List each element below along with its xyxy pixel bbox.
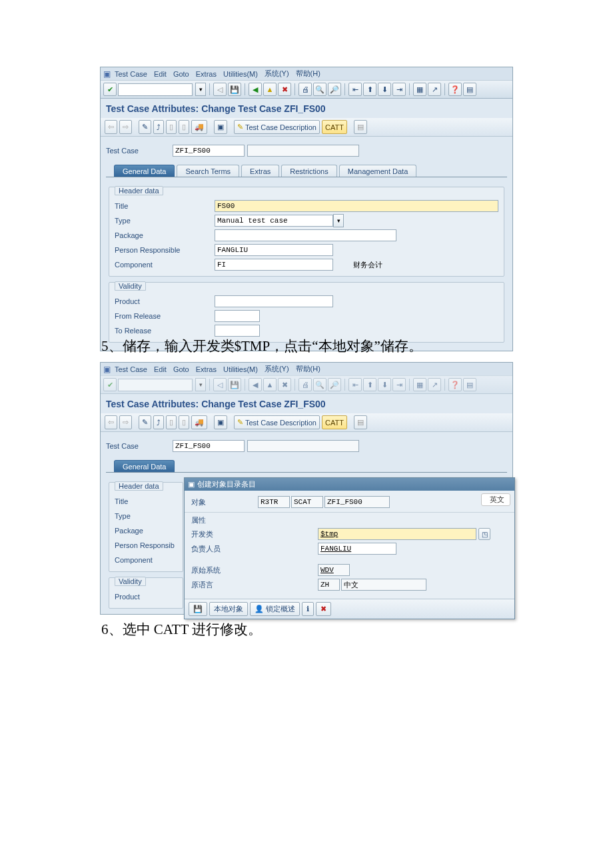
- product-input[interactable]: [215, 295, 333, 307]
- menubar-2: ▣ Test Case Edit Goto Extras Utilities(M…: [101, 363, 512, 375]
- tab-management-data[interactable]: Management Data: [339, 165, 417, 177]
- menu-extras[interactable]: Extras: [196, 70, 217, 78]
- local-object-button[interactable]: 本地对象: [209, 602, 248, 616]
- exit-icon[interactable]: ▲: [263, 83, 277, 96]
- save-icon[interactable]: 💾: [228, 83, 241, 96]
- toggle-display-icon[interactable]: ✎: [139, 120, 151, 134]
- first-page-icon[interactable]: ⇤: [348, 83, 362, 96]
- menu-edit[interactable]: Edit: [154, 70, 167, 78]
- title-input[interactable]: FS00: [215, 200, 498, 212]
- nav-fwd-icon[interactable]: ⇨: [119, 120, 132, 134]
- testcase-input[interactable]: ZFI_FS00: [173, 145, 245, 157]
- paste-icon[interactable]: ▯: [179, 120, 189, 134]
- lock-overview-button[interactable]: 👤 锁定概述: [250, 602, 300, 616]
- other-object-icon[interactable]: ⤴: [153, 120, 164, 134]
- catt-button[interactable]: CATT: [322, 415, 347, 429]
- type-label: Type: [115, 512, 131, 520]
- cancel-icon[interactable]: ✖: [278, 83, 291, 96]
- copy-icon[interactable]: ▯: [166, 415, 177, 429]
- devclass-label: 开发类: [191, 529, 258, 539]
- menu-utilities[interactable]: Utilities(M): [223, 70, 258, 78]
- title-label: Title: [115, 202, 215, 210]
- menu-system[interactable]: 系统(Y): [265, 69, 289, 79]
- transport-icon[interactable]: 🚚: [191, 120, 207, 134]
- nav-fwd-icon[interactable]: ⇨: [119, 415, 132, 429]
- list-icon[interactable]: ▤: [354, 415, 367, 429]
- menu-edit[interactable]: Edit: [154, 365, 167, 373]
- copy-icon[interactable]: ▯: [166, 120, 177, 134]
- next-page-icon[interactable]: ⬇: [378, 83, 391, 96]
- group-validity-2: Validity Product: [109, 577, 183, 609]
- test-case-description-button[interactable]: ✎ Test Case Description: [234, 120, 320, 134]
- check-icon[interactable]: ▣: [214, 120, 227, 134]
- layout-icon[interactable]: ▤: [463, 83, 476, 96]
- person-input[interactable]: FANGLIU: [215, 244, 333, 256]
- language-tag[interactable]: 英文: [481, 493, 510, 506]
- back-green-icon[interactable]: ◀: [249, 83, 262, 96]
- new-session-icon[interactable]: ▦: [413, 83, 426, 96]
- find-next-icon[interactable]: 🔎: [328, 83, 341, 96]
- catt-button[interactable]: CATT: [322, 120, 347, 134]
- list-icon[interactable]: ▤: [354, 120, 367, 134]
- menu-goto[interactable]: Goto: [173, 365, 189, 373]
- tab-general-data[interactable]: General Data: [114, 460, 175, 472]
- menu-help[interactable]: 帮助(H): [296, 364, 320, 374]
- transport-icon[interactable]: 🚚: [191, 415, 207, 429]
- info-button[interactable]: ℹ: [302, 602, 314, 616]
- tab-search-terms[interactable]: Search Terms: [177, 165, 239, 177]
- command-field[interactable]: [118, 83, 193, 96]
- nav-back-icon[interactable]: ⇦: [105, 120, 117, 134]
- testcase-input[interactable]: ZFI_FS00: [173, 440, 245, 452]
- find-icon[interactable]: 🔍: [313, 83, 326, 96]
- nav-back-icon[interactable]: ⇦: [105, 415, 117, 429]
- menu-goto[interactable]: Goto: [173, 70, 189, 78]
- group-header-title: Header data: [115, 481, 163, 491]
- dialog-title-text: 创建对象目录条目: [197, 479, 256, 489]
- tab-extras[interactable]: Extras: [241, 165, 279, 177]
- command-dropdown-icon[interactable]: ▾: [195, 83, 206, 96]
- help-icon[interactable]: ❓: [448, 83, 462, 96]
- type-dropdown-icon[interactable]: ▾: [333, 214, 344, 227]
- shortcut-icon[interactable]: ↗: [428, 83, 441, 96]
- component-label: Component: [115, 556, 153, 564]
- from-release-input[interactable]: [215, 310, 260, 322]
- package-input[interactable]: [215, 229, 396, 241]
- tab-restrictions[interactable]: Restrictions: [281, 165, 336, 177]
- menu-testcase[interactable]: Test Case: [115, 365, 147, 373]
- menu-utilities[interactable]: Utilities(M): [223, 365, 258, 373]
- component-input[interactable]: FI: [215, 259, 333, 271]
- group-validity-title: Validity: [115, 577, 146, 586]
- devclass-input[interactable]: $tmp: [318, 528, 476, 540]
- print-icon[interactable]: 🖨: [299, 83, 312, 96]
- last-page-icon[interactable]: ⇥: [392, 83, 406, 96]
- type-input[interactable]: Manual test case: [215, 215, 333, 227]
- person-icon: 👤: [255, 605, 264, 613]
- tab-general-data[interactable]: General Data: [114, 165, 175, 177]
- menu-system[interactable]: 系统(Y): [265, 364, 289, 374]
- menu-help[interactable]: 帮助(H): [296, 69, 320, 79]
- dialog-title-icon: ▣: [188, 480, 195, 489]
- menu-testcase[interactable]: Test Case: [115, 70, 147, 78]
- toggle-display-icon[interactable]: ✎: [139, 415, 151, 429]
- cancel-button[interactable]: ✖: [316, 602, 331, 616]
- origsys-input: WDV: [318, 564, 350, 576]
- product-label: Product: [115, 297, 215, 305]
- test-case-description-button[interactable]: ✎ Test Case Description: [234, 415, 320, 429]
- create-object-dialog: ▣ 创建对象目录条目 英文 对象 R3TR SCAT ZFI_FS00 属性 开…: [184, 477, 515, 619]
- back-icon[interactable]: ◁: [213, 83, 227, 96]
- paste-icon[interactable]: ▯: [179, 415, 189, 429]
- prev-page-icon[interactable]: ⬆: [363, 83, 376, 96]
- devclass-f4-icon[interactable]: ◳: [478, 528, 490, 540]
- print-icon: 🖨: [299, 378, 312, 391]
- enter-icon[interactable]: ✔: [103, 83, 117, 96]
- to-release-input[interactable]: [215, 325, 260, 337]
- save-button[interactable]: 💾: [189, 602, 207, 616]
- form-area: Test Case ZFI_FS00 General Data Search T…: [101, 137, 512, 351]
- screen-title: Test Case Attributes: Change Test Case Z…: [101, 99, 512, 118]
- window-icon: ▣: [103, 69, 111, 79]
- dlg-person-input[interactable]: FANGLIU: [318, 543, 396, 555]
- back-green-icon: ◀: [249, 378, 262, 391]
- menu-extras[interactable]: Extras: [196, 365, 217, 373]
- check-icon[interactable]: ▣: [214, 415, 227, 429]
- other-object-icon[interactable]: ⤴: [153, 415, 164, 429]
